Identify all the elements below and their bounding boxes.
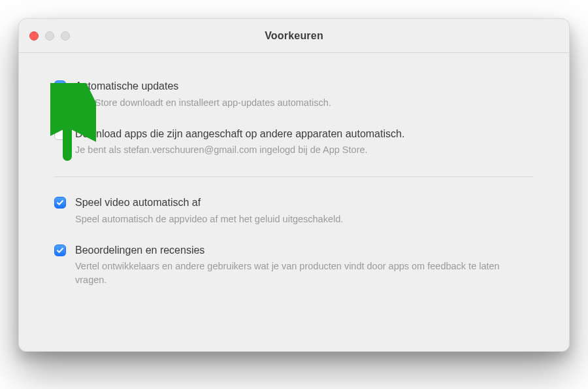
pref-text-group: Speel video automatisch af Speel automat… bbox=[75, 195, 534, 226]
checkbox-auto-play-video[interactable] bbox=[54, 197, 66, 209]
pref-auto-download-purchases: Download apps die zijn aangeschaft op an… bbox=[54, 122, 534, 169]
preferences-content: Automatische updates App Store downloadt… bbox=[19, 53, 569, 314]
window-title: Voorkeuren bbox=[265, 30, 323, 42]
pref-description: Speel automatisch de appvideo af met het… bbox=[75, 212, 534, 226]
pref-description: Je bent als stefan.verschuuren@gmail.com… bbox=[75, 143, 534, 157]
pref-ratings-reviews: Beoordelingen en recensies Vertel ontwik… bbox=[54, 238, 534, 299]
titlebar: Voorkeuren bbox=[19, 19, 569, 53]
checkmark-icon bbox=[56, 246, 64, 254]
pref-label: Speel video automatisch af bbox=[75, 195, 534, 210]
checkbox-auto-download-purchases[interactable] bbox=[54, 128, 66, 140]
pref-label: Beoordelingen en recensies bbox=[75, 243, 534, 258]
pref-label: Download apps die zijn aangeschaft op an… bbox=[75, 127, 534, 141]
minimize-button[interactable] bbox=[45, 31, 54, 41]
pref-auto-play-video: Speel video automatisch af Speel automat… bbox=[54, 190, 534, 238]
pref-automatic-updates: Automatische updates App Store downloadt… bbox=[54, 74, 534, 122]
section-divider bbox=[54, 177, 534, 177]
close-button[interactable] bbox=[29, 31, 39, 41]
preferences-window: Voorkeuren Automatische updates App Stor… bbox=[18, 18, 570, 352]
window-controls bbox=[29, 31, 70, 41]
pref-label: Automatische updates bbox=[75, 79, 534, 93]
pref-text-group: Automatische updates App Store downloadt… bbox=[75, 79, 534, 110]
checkbox-automatic-updates[interactable] bbox=[54, 80, 66, 92]
checkmark-icon bbox=[56, 199, 64, 207]
pref-text-group: Download apps die zijn aangeschaft op an… bbox=[75, 127, 534, 158]
pref-description: Vertel ontwikkelaars en andere gebruiker… bbox=[75, 260, 534, 287]
checkmark-icon bbox=[56, 82, 64, 90]
pref-text-group: Beoordelingen en recensies Vertel ontwik… bbox=[75, 243, 534, 288]
zoom-button[interactable] bbox=[61, 31, 70, 41]
pref-description: App Store downloadt en installeert app-u… bbox=[75, 96, 534, 110]
stage: Voorkeuren Automatische updates App Stor… bbox=[0, 0, 588, 389]
checkbox-ratings-reviews[interactable] bbox=[54, 245, 66, 256]
